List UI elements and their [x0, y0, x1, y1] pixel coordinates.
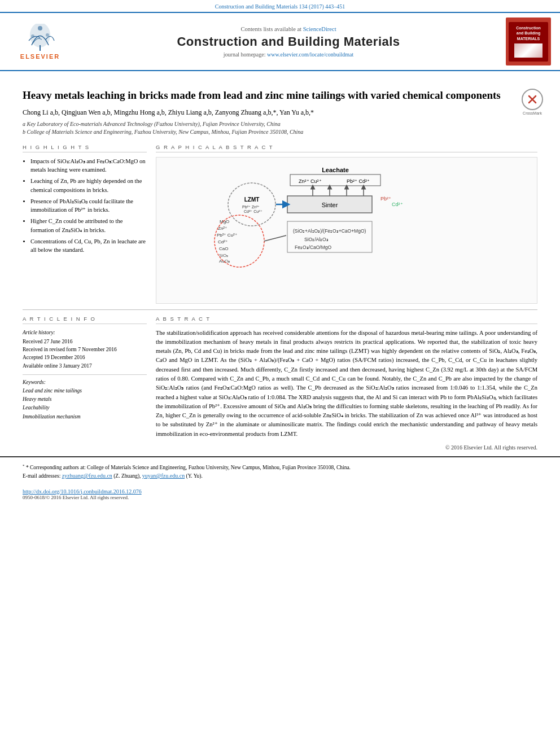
copyright-notice: © 2016 Elsevier Ltd. All rights reserved…	[156, 444, 537, 451]
highlight-item: Impacts of SiO₂:Al₂O₃ and Fe₂O₃:CaO:MgO …	[30, 157, 147, 175]
article-history: Article history: Received 27 June 2016 R…	[23, 329, 147, 370]
highlights-graphical-row: H I G H L I G H T S Impacts of SiO₂:Al₂O…	[23, 144, 537, 304]
keyword: Leachability	[23, 405, 50, 410]
keywords-section: Keywords: Lead and zinc mine tailings He…	[23, 379, 147, 421]
graphical-abstract-diagram: Leachate Zn²⁺ Cu²⁺ Pb²⁺ Cd²⁺ Sinter	[156, 157, 537, 304]
svg-text:Zn²⁺: Zn²⁺	[218, 226, 227, 231]
abstract-text: The stabilization/solidification approac…	[156, 329, 537, 439]
journal-homepage: journal homepage: www.elsevier.com/locat…	[77, 51, 500, 58]
abstract-section: A B S T R A C T The stabilization/solidi…	[156, 316, 537, 451]
svg-point-1	[38, 26, 42, 30]
ga-svg: Leachate Zn²⁺ Cu²⁺ Pb²⁺ Cd²⁺ Sinter	[161, 162, 532, 286]
svg-text:Zn²⁺  Cu²⁺: Zn²⁺ Cu²⁺	[299, 178, 322, 184]
svg-point-16	[228, 183, 275, 226]
keyword: Heavy metals	[23, 396, 51, 402]
affiliation-a: a Key Laboratory of Eco-materials Advanc…	[23, 120, 537, 128]
elsevier-logo: ELSEVIER	[9, 24, 71, 60]
svg-text:Cd²⁺: Cd²⁺	[392, 202, 403, 207]
received-date: Received 27 June 2016	[23, 339, 72, 344]
keywords-label: Keywords:	[23, 379, 147, 385]
footer-section: * * Corresponding authors at: College of…	[0, 456, 560, 486]
abstract-header: A B S T R A C T	[156, 316, 537, 324]
svg-text:Sinter: Sinter	[322, 202, 338, 208]
cover-text: Constructionand BuildingMATERIALS	[516, 25, 541, 41]
top-bar: Construction and Building Materials 134 …	[0, 0, 560, 12]
svg-text:Al₂O₃: Al₂O₃	[219, 259, 230, 264]
online-date: Available online 3 January 2017	[23, 363, 92, 369]
keywords-list: Lead and zinc mine tailings Heavy metals…	[23, 387, 147, 421]
journal-cover-image: Constructionand BuildingMATERIALS	[506, 18, 551, 65]
article-abstract-row: A R T I C L E I N F O Article history: R…	[0, 316, 560, 451]
svg-point-3	[46, 33, 49, 37]
graphical-abstract-header: G R A P H I C A L A B S T R A C T	[156, 144, 537, 152]
svg-text:(SiO₂+Al₂O₃)/(Fe₂O₃+CaO+MgO): (SiO₂+Al₂O₃)/(Fe₂O₃+CaO+MgO)	[293, 228, 366, 234]
keyword: Lead and zinc mine tailings	[23, 388, 82, 394]
journal-title: Construction and Building Materials	[77, 34, 500, 49]
svg-text:Cd²⁺ Cu²⁺: Cd²⁺ Cu²⁺	[244, 209, 262, 213]
highlight-item: Presence of PbAl₂Si₂O₈ could facilitate …	[30, 197, 147, 215]
elsevier-wordmark: ELSEVIER	[20, 53, 60, 60]
journal-center: Contents lists available at ScienceDirec…	[77, 26, 500, 58]
highlights-section: H I G H L I G H T S Impacts of SiO₂:Al₂O…	[23, 144, 147, 304]
graphical-abstract-section: G R A P H I C A L A B S T R A C T Leacha…	[156, 144, 537, 304]
crossmark-container: CrossMark	[522, 89, 543, 115]
svg-text:SiO₂/Al₂O₃: SiO₂/Al₂O₃	[304, 237, 329, 242]
svg-text:Cd²⁺: Cd²⁺	[218, 239, 228, 244]
sciencedirect-link: Contents lists available at ScienceDirec…	[77, 26, 500, 32]
svg-text:Pb²⁺: Pb²⁺	[380, 196, 391, 202]
accepted-date: Accepted 19 December 2016	[23, 355, 85, 360]
keyword: Immobilization mechanism	[23, 414, 81, 420]
svg-text:LZMT: LZMT	[244, 196, 260, 203]
highlights-header: H I G H L I G H T S	[23, 144, 147, 152]
affiliations: a Key Laboratory of Eco-materials Advanc…	[23, 120, 537, 136]
corresponding-note: * * Corresponding authors at: College of…	[23, 463, 537, 480]
svg-text:Pb²⁺ Cu²⁺: Pb²⁺ Cu²⁺	[217, 233, 237, 238]
sciencedirect-anchor[interactable]: ScienceDirect	[303, 26, 336, 32]
journal-header: ELSEVIER Contents lists available at Sci…	[0, 12, 560, 71]
svg-point-2	[31, 34, 34, 38]
svg-line-32	[264, 235, 286, 241]
svg-text:Pb²⁺  Cd²⁺: Pb²⁺ Cd²⁺	[347, 178, 370, 184]
article-info-section: A R T I C L E I N F O Article history: R…	[23, 316, 147, 451]
affiliation-b: b College of Materials Science and Engin…	[23, 128, 537, 136]
paper-title: Heavy metals leaching in bricks made fro…	[23, 89, 537, 103]
revised-date: Received in revised form 7 November 2016	[23, 347, 117, 352]
svg-text:Pb²⁺ Zn²⁺: Pb²⁺ Zn²⁺	[242, 205, 260, 209]
issn-notice: 0950-0618/© 2016 Elsevier Ltd. All right…	[23, 495, 129, 500]
bottom-bar: http://dx.doi.org/10.1016/j.conbuildmat.…	[0, 486, 560, 503]
highlights-list: Impacts of SiO₂:Al₂O₃ and Fe₂O₃:CaO:MgO …	[23, 157, 147, 255]
email1-link[interactable]: zyzhuang@fzu.edu.cn	[62, 473, 112, 479]
highlight-item: Higher C_Zn could be attributed to the f…	[30, 217, 147, 235]
history-label: Article history:	[23, 329, 147, 337]
paper-section: Heavy metals leaching in bricks made fro…	[0, 71, 560, 304]
email2-link[interactable]: yuyan@fzu.edu.cn	[142, 473, 185, 479]
svg-text:Fe₂O₃/CaO/MgO: Fe₂O₃/CaO/MgO	[295, 244, 332, 250]
svg-text:Leachate: Leachate	[322, 167, 349, 173]
svg-text:CaO: CaO	[219, 246, 228, 251]
authors: Chong Li a,b, Qingjuan Wen a,b, Mingzhu …	[23, 108, 537, 117]
journal-citation: Construction and Building Materials 134 …	[215, 3, 345, 10]
elsevier-tree-icon	[15, 24, 65, 52]
highlight-item: Leaching of Zn, Pb are highly depended o…	[30, 177, 147, 195]
article-info-header: A R T I C L E I N F O	[23, 316, 147, 324]
doi-link[interactable]: http://dx.doi.org/10.1016/j.conbuildmat.…	[23, 488, 142, 495]
highlight-item: Concentrations of Cd, Cu, Pb, Zn in leac…	[30, 237, 147, 255]
crossmark-icon	[522, 89, 543, 110]
